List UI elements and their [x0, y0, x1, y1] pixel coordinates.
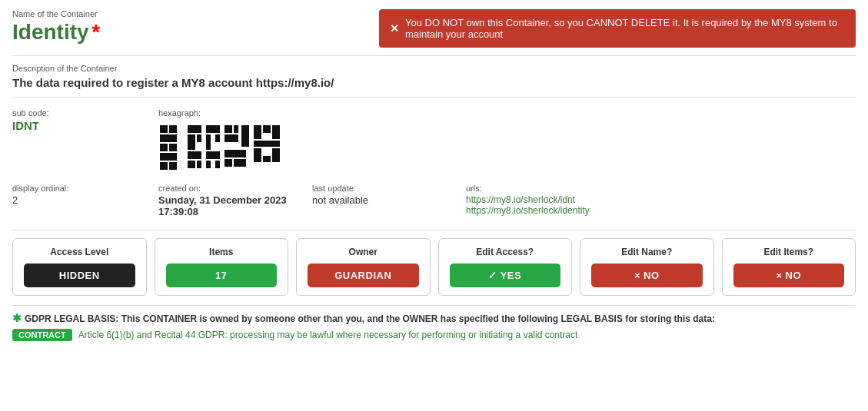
- header-area: Name of the Container Identity * ✕ You D…: [12, 9, 856, 48]
- svg-rect-24: [224, 150, 246, 157]
- svg-rect-29: [272, 125, 280, 139]
- card-label-0: Access Level: [50, 247, 108, 257]
- url1-link[interactable]: https://my8.io/sherlock/idnt: [466, 194, 697, 205]
- divider-1: [12, 55, 856, 56]
- description-text: The data required to register a MY8 acco…: [12, 76, 856, 89]
- card-value-btn-3[interactable]: ✓ YES: [450, 264, 561, 287]
- card-5: Edit Items?× NO: [722, 238, 856, 296]
- created-on-value: Sunday, 31 December 2023 17:39:08: [158, 194, 312, 217]
- svg-rect-17: [206, 151, 220, 159]
- svg-rect-32: [263, 156, 271, 162]
- svg-rect-12: [188, 161, 195, 168]
- page: Name of the Container Identity * ✕ You D…: [0, 0, 868, 411]
- last-update-label: last update:: [312, 184, 466, 193]
- svg-rect-31: [254, 148, 261, 162]
- urls-cell: urls: https://my8.io/sherlock/idnt https…: [466, 181, 697, 220]
- gdpr-contract-row: CONTRACTArticle 6(1)(b) and Recital 44 G…: [12, 329, 856, 341]
- gdpr-asterisk: ✱: [12, 312, 25, 324]
- svg-rect-30: [254, 141, 280, 147]
- svg-rect-2: [160, 134, 177, 142]
- svg-rect-19: [215, 161, 220, 168]
- spacer-cell2: [466, 105, 697, 181]
- cards-row: Access LevelHIDDENItems17OwnerGUARDIANEd…: [12, 238, 856, 296]
- card-label-2: Owner: [349, 247, 377, 257]
- svg-rect-33: [272, 148, 280, 162]
- last-update-cell: last update: not available: [312, 181, 466, 220]
- card-value-btn-4[interactable]: × NO: [591, 264, 703, 287]
- contract-badge: CONTRACT: [12, 329, 72, 341]
- description-label: Description of the Container: [12, 64, 856, 73]
- page-title: Identity: [12, 20, 89, 44]
- display-ordinal-label: display ordinal:: [12, 184, 158, 193]
- svg-rect-13: [197, 161, 201, 168]
- card-value-btn-1[interactable]: 17: [166, 264, 278, 287]
- svg-rect-21: [234, 125, 238, 133]
- svg-rect-11: [188, 151, 201, 159]
- card-0: Access LevelHIDDEN: [12, 238, 147, 296]
- display-ordinal-value: 2: [12, 194, 158, 206]
- subcode-label: sub code:: [12, 108, 158, 118]
- hexagraph-cell: hexagraph:: [158, 105, 312, 181]
- svg-rect-10: [197, 134, 201, 142]
- svg-rect-8: [188, 125, 201, 133]
- card-value-btn-0[interactable]: HIDDEN: [24, 264, 135, 287]
- svg-rect-28: [263, 125, 271, 133]
- container-name-label: Name of the Container: [12, 9, 100, 18]
- gdpr-title: ✱ GDPR LEGAL BASIS: This CONTAINER is ow…: [12, 312, 856, 324]
- error-message: You DO NOT own this Container, so you CA…: [405, 17, 845, 40]
- card-4: Edit Name?× NO: [580, 238, 714, 296]
- svg-rect-7: [169, 162, 177, 170]
- gdpr-title-text: GDPR LEGAL BASIS: This CONTAINER is owne…: [25, 313, 715, 324]
- divider-2: [12, 97, 856, 98]
- svg-rect-5: [160, 153, 177, 161]
- required-asterisk: *: [91, 20, 100, 44]
- description-section: Description of the Container The data re…: [12, 64, 856, 89]
- card-value-btn-2[interactable]: GUARDIAN: [308, 264, 419, 287]
- svg-rect-16: [215, 134, 220, 142]
- svg-rect-3: [160, 144, 168, 151]
- svg-rect-22: [241, 125, 249, 147]
- svg-rect-23: [224, 134, 238, 142]
- card-1: Items17: [155, 238, 289, 296]
- meta-grid: sub code: IDNT hexagraph:: [12, 105, 856, 220]
- error-icon: ✕: [390, 22, 399, 35]
- svg-rect-25: [224, 159, 232, 167]
- urls-label: urls:: [466, 184, 697, 193]
- svg-rect-18: [206, 161, 211, 168]
- svg-rect-27: [254, 125, 261, 139]
- card-3: Edit Access?✓ YES: [438, 238, 573, 296]
- svg-rect-4: [169, 144, 177, 151]
- svg-rect-1: [169, 125, 177, 133]
- svg-rect-6: [160, 162, 168, 170]
- hexagraph-label: hexagraph:: [158, 108, 312, 118]
- gdpr-contract-text: Article 6(1)(b) and Recital 44 GDPR: pro…: [78, 330, 578, 340]
- hexagraph-image: [158, 122, 281, 177]
- error-banner: ✕ You DO NOT own this Container, so you …: [379, 9, 856, 48]
- card-label-1: Items: [209, 247, 233, 257]
- card-2: OwnerGUARDIAN: [296, 238, 431, 296]
- subcode-cell: sub code: IDNT: [12, 105, 158, 181]
- svg-rect-9: [188, 134, 195, 150]
- created-on-cell: created on: Sunday, 31 December 2023 17:…: [158, 181, 312, 220]
- svg-rect-26: [234, 159, 246, 167]
- svg-rect-0: [160, 125, 168, 133]
- identity-title: Identity *: [12, 20, 100, 45]
- spacer-cell: [312, 105, 466, 181]
- svg-rect-14: [206, 125, 220, 133]
- card-label-4: Edit Name?: [621, 247, 672, 257]
- subcode-value: IDNT: [12, 119, 158, 132]
- title-section: Name of the Container Identity *: [12, 9, 100, 45]
- gdpr-section: ✱ GDPR LEGAL BASIS: This CONTAINER is ow…: [12, 305, 856, 341]
- display-ordinal-cell: display ordinal: 2: [12, 181, 158, 220]
- last-update-value: not available: [312, 194, 466, 206]
- svg-rect-20: [224, 125, 232, 133]
- card-label-3: Edit Access?: [476, 247, 534, 257]
- svg-rect-15: [206, 134, 211, 150]
- created-on-label: created on:: [158, 184, 312, 193]
- card-label-5: Edit Items?: [763, 247, 813, 257]
- card-value-btn-5[interactable]: × NO: [733, 264, 845, 287]
- url2-link[interactable]: https://my8.io/sherlock/identity: [466, 205, 697, 216]
- divider-3: [12, 230, 856, 230]
